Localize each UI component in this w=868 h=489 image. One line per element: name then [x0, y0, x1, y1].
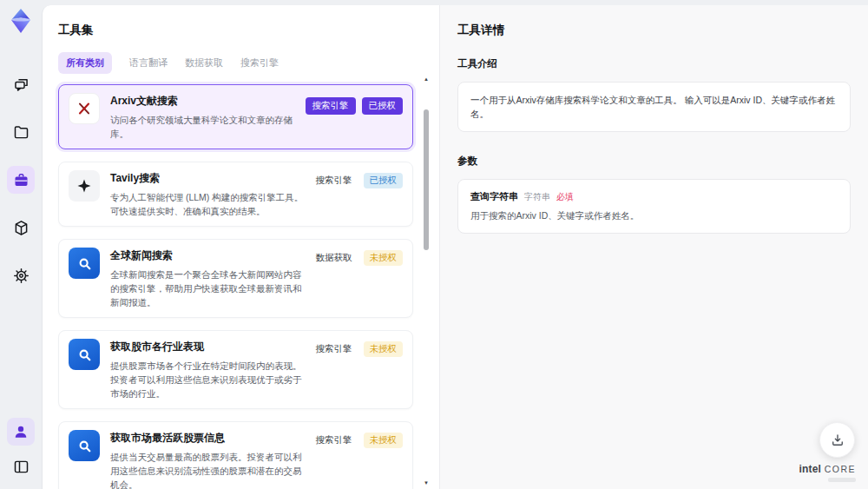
category-tabs: 所有类别 语言翻译 数据获取 搜索引擎 [58, 52, 413, 73]
intel-core-logo: intel CORE [799, 463, 856, 482]
download-icon [830, 433, 845, 448]
tool-card-meta: 搜索引擎 已授权 [316, 170, 404, 188]
app-logo-gem-icon [7, 7, 35, 35]
magnifier-glyph [76, 254, 94, 273]
tool-card-meta: 数据获取 未授权 [316, 248, 404, 266]
status-badge-unauthorized: 未授权 [364, 250, 404, 266]
category-label: 搜索引擎 [316, 175, 352, 187]
scrollbar-down-arrow[interactable]: ▼ [423, 480, 430, 486]
param-description: 用于搜索的Arxiv ID、关键字或作者姓名。 [470, 210, 838, 222]
tool-card-body: 获取股市各行业表现 提供股票市场各个行业在特定时间段内的表现。投资者可以利用这些… [110, 339, 316, 400]
stock-search-logo-icon [69, 339, 100, 370]
sidebar-item-account[interactable] [7, 418, 35, 446]
tool-card-arxiv[interactable]: Arxiv文献搜索 访问各个研究领域大量科学论文和文章的存储库。 搜索引擎 已授… [58, 84, 413, 149]
sidebar-item-collapse[interactable] [7, 453, 35, 480]
tool-card-most-active-stocks[interactable]: 获取市场最活跃股票信息 提供当天交易量最高的股票列表。投资者可以利用这些信息来识… [58, 421, 413, 489]
tavily-logo-icon [69, 170, 100, 202]
params-heading: 参数 [457, 155, 851, 168]
folder-icon [12, 123, 30, 142]
list-scrollbar[interactable]: ▲ ▼ [423, 76, 430, 486]
intel-word: intel [799, 463, 821, 475]
page-title: 工具集 [58, 23, 413, 38]
tool-card-title: 获取市场最活跃股票信息 [110, 431, 311, 446]
main-window: 工具集 所有类别 语言翻译 数据获取 搜索引擎 Arxiv文献搜索 访问各个研究… [42, 5, 868, 489]
chat-icon [12, 76, 30, 94]
tool-card-body: Arxiv文献搜索 访问各个研究领域大量科学论文和文章的存储库。 [110, 93, 306, 141]
stock-search-logo-icon [69, 430, 100, 461]
panel-toggle-icon [12, 458, 30, 476]
four-point-star-glyph [76, 177, 93, 195]
param-name: 查询字符串 [470, 190, 518, 203]
tab-data-fetch[interactable]: 数据获取 [185, 56, 223, 69]
tool-card-title: 全球新闻搜索 [110, 248, 311, 263]
intel-core-wordmark: intel CORE [799, 463, 856, 475]
category-pill: 搜索引擎 [306, 97, 356, 115]
tool-card-body: 获取市场最活跃股票信息 提供当天交易量最高的股票列表。投资者可以利用这些信息来识… [110, 430, 316, 489]
sidebar-item-tools[interactable] [7, 166, 35, 194]
app-root: 工具集 所有类别 语言翻译 数据获取 搜索引擎 Arxiv文献搜索 访问各个研究… [0, 0, 868, 489]
core-word: CORE [825, 464, 856, 474]
category-label: 搜索引擎 [316, 343, 352, 355]
arxiv-logo-icon [69, 93, 100, 124]
status-badge-authorized: 已授权 [364, 173, 404, 188]
tool-card-description: 提供股票市场各个行业在特定时间段内的表现。投资者可以利用这些信息来识别表现优于或… [110, 359, 311, 400]
tool-card-description: 访问各个研究领域大量科学论文和文章的存储库。 [110, 113, 300, 141]
tool-card-sector-performance[interactable]: 获取股市各行业表现 提供股票市场各个行业在特定时间段内的表现。投资者可以利用这些… [58, 330, 413, 409]
magnifier-glyph [76, 437, 94, 455]
tool-card-title: 获取股市各行业表现 [110, 340, 311, 354]
cube-icon [12, 219, 30, 237]
sidebar-item-chat[interactable] [7, 70, 35, 98]
scrollbar-thumb[interactable] [424, 109, 429, 250]
sidebar-item-models[interactable] [7, 214, 35, 241]
detail-title: 工具详情 [457, 23, 851, 38]
arxiv-x-glyph [76, 100, 93, 117]
magnifier-glyph [76, 346, 94, 364]
app-logo [6, 6, 36, 36]
toolbox-icon [12, 171, 30, 189]
tab-search-engine[interactable]: 搜索引擎 [240, 56, 279, 69]
category-label: 数据获取 [316, 252, 352, 264]
status-pill-authorized: 已授权 [362, 97, 404, 115]
sidebar-item-settings[interactable] [7, 261, 35, 289]
download-button[interactable] [819, 422, 855, 458]
sidebar-rail [0, 0, 42, 489]
tool-card-description: 专为人工智能代理 (LLM) 构建的搜索引擎工具。可快速提供实时、准确和真实的结… [110, 190, 311, 218]
tool-card-body: 全球新闻搜索 全球新闻搜索是一个聚合全球各大新闻网站内容的搜索引擎，帮助用户快速… [110, 248, 316, 309]
gear-icon [12, 267, 30, 285]
category-label: 搜索引擎 [316, 434, 352, 446]
tool-card-tavily[interactable]: Tavily搜索 专为人工智能代理 (LLM) 构建的搜索引擎工具。可快速提供实… [58, 162, 413, 227]
tool-card-meta: 搜索引擎 未授权 [316, 339, 404, 357]
tool-detail-pane: 工具详情 工具介绍 一个用于从Arxiv存储库搜索科学论文和文章的工具。 输入可… [439, 5, 868, 489]
status-badge-unauthorized: 未授权 [364, 433, 404, 448]
news-search-logo-icon [69, 248, 100, 279]
tab-all-categories[interactable]: 所有类别 [58, 52, 112, 74]
param-type: 字符串 [524, 191, 550, 203]
tab-language-translation[interactable]: 语言翻译 [129, 56, 168, 69]
tool-card-description: 全球新闻搜索是一个聚合全球各大新闻网站内容的搜索引擎，帮助用户快速获取全球最新资… [110, 268, 311, 309]
tool-card-meta: 搜索引擎 已授权 [306, 93, 404, 115]
param-box: 查询字符串 字符串 必填 用于搜索的Arxiv ID、关键字或作者姓名。 [457, 179, 851, 234]
param-required-flag: 必填 [556, 191, 574, 203]
sidebar-bottom [7, 418, 35, 480]
tool-card-global-news[interactable]: 全球新闻搜索 全球新闻搜索是一个聚合全球各大新闻网站内容的搜索引擎，帮助用户快速… [58, 239, 413, 318]
tool-card-meta: 搜索引擎 未授权 [316, 430, 404, 448]
intro-box: 一个用于从Arxiv存储库搜索科学论文和文章的工具。 输入可以是Arxiv ID… [457, 82, 851, 132]
intel-badge-strip [828, 478, 856, 482]
scrollbar-up-arrow[interactable]: ▲ [423, 76, 430, 82]
tool-card-description: 提供当天交易量最高的股票列表。投资者可以利用这些信息来识别流动性强的股票和潜在的… [110, 450, 311, 489]
param-header: 查询字符串 字符串 必填 [470, 190, 838, 203]
intro-text: 一个用于从Arxiv存储库搜索科学论文和文章的工具。 输入可以是Arxiv ID… [470, 93, 838, 121]
tool-card-title: Arxiv文献搜索 [110, 94, 300, 109]
sidebar-nav [7, 70, 35, 289]
intro-heading: 工具介绍 [457, 57, 851, 70]
tool-card-title: Tavily搜索 [110, 171, 311, 186]
user-icon [12, 423, 30, 440]
tool-card-body: Tavily搜索 专为人工智能代理 (LLM) 构建的搜索引擎工具。可快速提供实… [110, 170, 316, 218]
toolset-pane: 工具集 所有类别 语言翻译 数据获取 搜索引擎 Arxiv文献搜索 访问各个研究… [43, 5, 439, 489]
sidebar-item-files[interactable] [7, 118, 35, 146]
status-badge-unauthorized: 未授权 [364, 341, 404, 357]
